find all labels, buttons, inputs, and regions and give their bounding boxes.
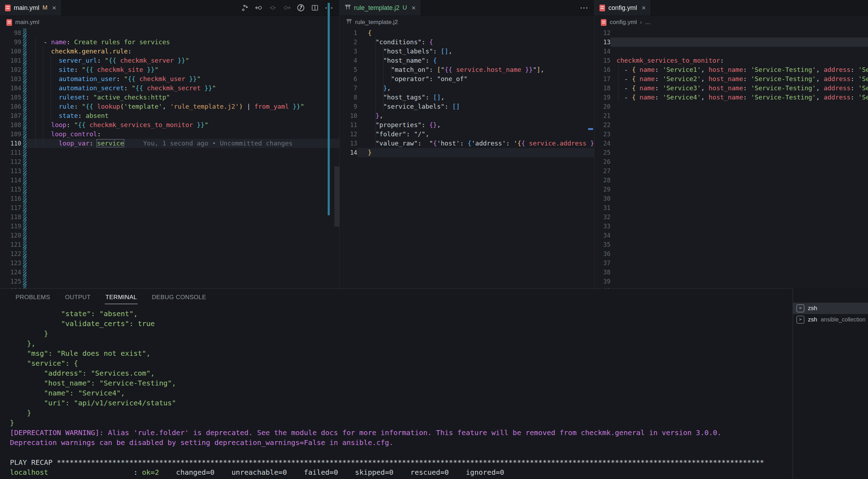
code-line[interactable]: 109 loop_control:	[0, 130, 339, 139]
code-line[interactable]: 112	[0, 157, 339, 166]
close-icon[interactable]: ×	[642, 4, 646, 12]
code-line[interactable]: "validate_certs": true	[0, 319, 782, 329]
code-line[interactable]: 28	[594, 176, 868, 185]
close-icon[interactable]: ×	[412, 4, 416, 12]
code-line[interactable]: 13 "value_raw": "{'host': {'address': '{…	[340, 139, 594, 148]
code-line[interactable]: 12 "folder": "/",	[340, 130, 594, 139]
code-line[interactable]: PLAY RECAP *****************************…	[0, 457, 782, 467]
code-line[interactable]: 32	[594, 212, 868, 222]
code-line[interactable]: 31	[594, 203, 868, 212]
code-line[interactable]: 30	[594, 194, 868, 203]
code-line[interactable]: "msg": "Rule does not exist",	[0, 348, 782, 358]
code-line[interactable]: 118	[0, 212, 339, 222]
code-line[interactable]: 21	[594, 111, 868, 120]
tab-terminal[interactable]: TERMINAL	[105, 290, 138, 304]
breadcrumb[interactable]: main.yml	[0, 16, 339, 29]
code-line[interactable]: 26	[594, 157, 868, 166]
tab-main-yml[interactable]: main.yml M ×	[0, 0, 62, 16]
code-line[interactable]: 7 },	[340, 84, 594, 93]
code-line[interactable]: "state": "absent",	[0, 309, 782, 319]
tab-output[interactable]: OUTPUT	[64, 290, 91, 304]
code-line[interactable]: 4 "host_name": {	[340, 56, 594, 65]
code-line[interactable]: }	[0, 329, 782, 338]
code-line[interactable]: 5 "match_on": ["{{ service.host_name }}"…	[340, 65, 594, 74]
breadcrumb-item[interactable]: rule_template.j2	[355, 19, 398, 26]
code-line[interactable]: 18 - { name: 'Service3', host_name: 'Ser…	[594, 84, 868, 93]
previous-change-icon[interactable]	[255, 4, 263, 12]
code-line[interactable]: 113	[0, 166, 339, 176]
code-line[interactable]: 123	[0, 258, 339, 268]
code-line[interactable]: 120	[0, 231, 339, 240]
tab-problems[interactable]: PROBLEMS	[15, 290, 51, 304]
code-line[interactable]: 25	[594, 148, 868, 157]
terminal-item-zsh-ansible[interactable]: > zsh ansible_collection	[793, 314, 868, 325]
code-line[interactable]: "uri": "api/v1/service4/status"	[0, 398, 782, 408]
code-line[interactable]: 122	[0, 249, 339, 258]
code-line[interactable]: 1{	[340, 28, 594, 38]
code-line[interactable]: 99 - name: Create rules for services	[0, 38, 339, 47]
code-line[interactable]: 6 "operator": "one_of"	[340, 74, 594, 84]
code-line[interactable]: 16 - { name: 'Service1', host_name: 'Ser…	[594, 65, 868, 74]
code-line[interactable]: 121	[0, 240, 339, 249]
timeline-icon[interactable]	[297, 4, 305, 12]
code-line[interactable]: 24	[594, 139, 868, 148]
code-line[interactable]: 17 - { name: 'Service2', host_name: 'Ser…	[594, 74, 868, 84]
code-line[interactable]: 15checkmk_services_to_monitor:	[594, 56, 868, 65]
code-line[interactable]: 2 "conditions": {	[340, 38, 594, 47]
code-line[interactable]: 13	[594, 38, 868, 47]
code-line[interactable]: }	[0, 418, 782, 428]
code-line[interactable]: 19 - { name: 'Service4', host_name: 'Ser…	[594, 93, 868, 102]
code-line[interactable]	[0, 447, 782, 457]
code-line[interactable]: 100 checkmk.general.rule:	[0, 47, 339, 56]
code-line[interactable]: 37	[594, 258, 868, 268]
tab-debug-console[interactable]: DEBUG CONSOLE	[151, 290, 207, 304]
tab-rule-template-j2[interactable]: rule_template.j2 U ×	[340, 0, 421, 16]
code-line[interactable]: "name": "Service4",	[0, 388, 782, 398]
code-line[interactable]: "service": {	[0, 358, 782, 368]
code-line[interactable]: 126	[0, 286, 339, 289]
code-line[interactable]: "address": "Services.com",	[0, 368, 782, 378]
code-line[interactable]: 34	[594, 231, 868, 240]
code-line[interactable]: 117	[0, 203, 339, 212]
code-line[interactable]: 20	[594, 102, 868, 111]
terminal-output[interactable]: "state": "absent", "validate_certs": tru…	[0, 309, 782, 479]
terminal-item-zsh[interactable]: > zsh	[793, 303, 868, 314]
tab-config-yml[interactable]: config.yml ×	[594, 0, 651, 16]
change-marker-icon[interactable]	[269, 4, 277, 12]
code-line[interactable]: 14	[594, 47, 868, 56]
code-line[interactable]: localhost : ok=2 changed=0 unreachable=0…	[0, 467, 782, 477]
code-line[interactable]: [DEPRECATION WARNING]: Alias 'rule.folde…	[0, 428, 782, 438]
code-line[interactable]: 22	[594, 120, 868, 130]
code-line[interactable]: 38	[594, 268, 868, 277]
compare-changes-icon[interactable]	[241, 4, 249, 12]
code-line[interactable]: 119	[0, 222, 339, 231]
code-line[interactable]: 33	[594, 222, 868, 231]
code-line[interactable]: "host_name": "Service-Testing",	[0, 378, 782, 388]
code-line[interactable]: 35	[594, 240, 868, 249]
code-line[interactable]: 11 "properties": {},	[340, 120, 594, 130]
split-editor-icon[interactable]	[311, 4, 319, 12]
code-line[interactable]: 10 },	[340, 111, 594, 120]
code-line[interactable]: 29	[594, 185, 868, 194]
breadcrumb[interactable]: rule_template.j2	[340, 16, 594, 29]
code-line[interactable]: 114	[0, 176, 339, 185]
code-line[interactable]: 8 "host_tags": [],	[340, 93, 594, 102]
breadcrumb-item[interactable]: config.yml	[610, 19, 637, 26]
breadcrumb-item[interactable]: ...	[645, 19, 650, 26]
code-line[interactable]: 125	[0, 277, 339, 286]
close-icon[interactable]: ×	[52, 4, 56, 12]
code-line[interactable]: 116	[0, 194, 339, 203]
code-line[interactable]: 110 loop_var: service You, 1 second ago …	[0, 139, 339, 148]
scrollbar[interactable]	[334, 166, 339, 227]
code-line[interactable]: 3 "host_labels": [],	[340, 47, 594, 56]
code-line[interactable]: 12	[594, 28, 868, 38]
code-line[interactable]: 108 loop: "{{ checkmk_services_to_monito…	[0, 120, 339, 130]
code-line[interactable]: 115	[0, 185, 339, 194]
code-line[interactable]: 40	[594, 286, 868, 289]
code-line[interactable]: 39	[594, 277, 868, 286]
code-line[interactable]: 27	[594, 166, 868, 176]
code-line[interactable]: 23	[594, 130, 868, 139]
breadcrumb[interactable]: config.yml › ...	[594, 16, 868, 29]
code-line[interactable]: 111	[0, 148, 339, 157]
next-change-icon[interactable]	[283, 4, 291, 12]
